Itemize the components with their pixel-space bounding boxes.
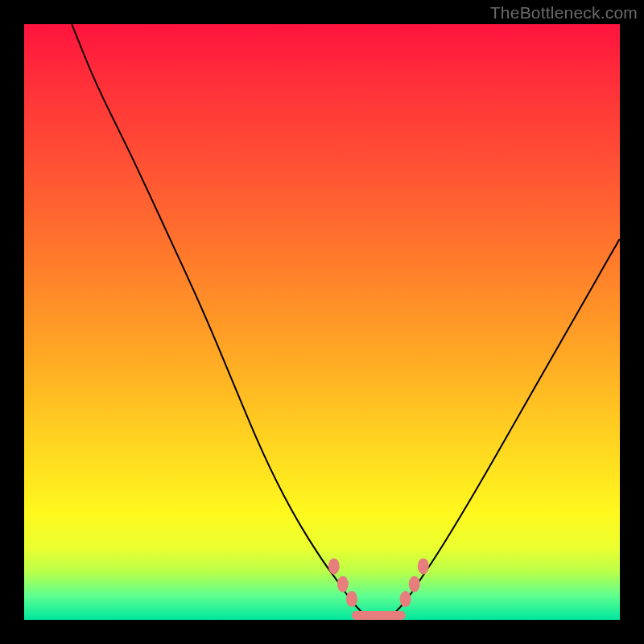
bead-marker xyxy=(400,591,411,607)
outer-frame: TheBottleneck.com xyxy=(0,0,644,644)
bead-marker xyxy=(328,558,340,574)
bead-bar xyxy=(352,611,406,620)
curve-left xyxy=(72,24,364,614)
bead-markers xyxy=(328,558,429,607)
bead-marker xyxy=(337,576,349,592)
watermark: TheBottleneck.com xyxy=(490,3,638,23)
curve-right xyxy=(394,238,620,613)
bead-marker xyxy=(418,558,429,574)
chart-overlay xyxy=(24,24,620,620)
bead-marker xyxy=(346,591,357,607)
bead-marker xyxy=(409,576,420,592)
